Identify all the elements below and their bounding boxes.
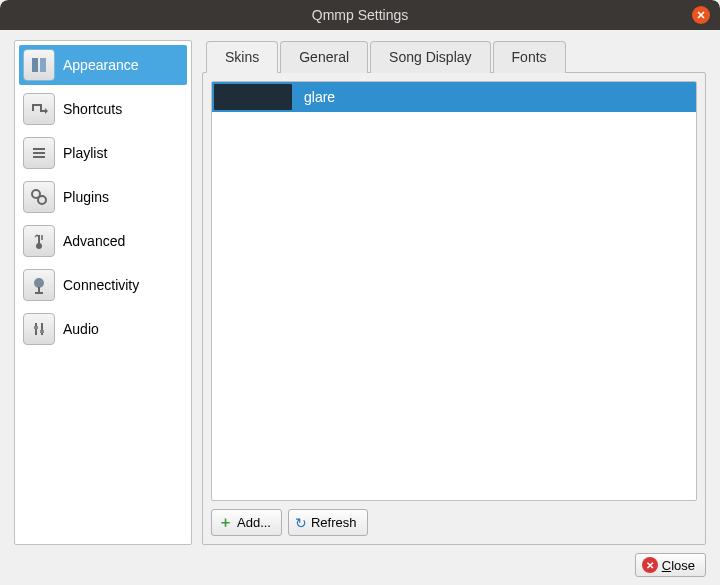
playlist-icon [23,137,55,169]
sidebar-item-plugins[interactable]: Plugins [19,177,187,217]
tab-label: Song Display [389,49,472,65]
svg-rect-3 [40,58,46,72]
sidebar-item-label: Appearance [63,57,139,73]
main-area: Appearance Shortcuts Playlist [14,40,706,545]
tab-bar: Skins General Song Display Fonts [202,40,706,72]
skin-action-row: ＋ Add... ↻ Refresh [211,509,697,536]
svg-rect-16 [34,326,38,329]
close-button-label: Close [662,558,695,573]
skins-list[interactable]: glare [211,81,697,501]
window-body: Appearance Shortcuts Playlist [0,30,720,585]
svg-rect-15 [41,323,43,335]
svg-rect-13 [35,292,43,294]
refresh-button[interactable]: ↻ Refresh [288,509,368,536]
error-close-icon: ✕ [642,557,658,573]
svg-rect-17 [40,330,44,333]
sidebar-item-shortcuts[interactable]: Shortcuts [19,89,187,129]
sidebar: Appearance Shortcuts Playlist [14,40,192,545]
close-button[interactable]: ✕ Close [635,553,706,577]
shortcuts-icon [23,93,55,125]
sidebar-item-label: Audio [63,321,99,337]
refresh-icon: ↻ [295,515,307,531]
svg-rect-12 [38,287,40,292]
refresh-button-label: Refresh [311,515,357,530]
close-icon [696,10,706,20]
tab-song-display[interactable]: Song Display [370,41,491,73]
svg-marker-4 [45,108,48,114]
add-button[interactable]: ＋ Add... [211,509,282,536]
sidebar-item-connectivity[interactable]: Connectivity [19,265,187,305]
tab-label: Fonts [512,49,547,65]
audio-icon [23,313,55,345]
sidebar-item-audio[interactable]: Audio [19,309,187,349]
dialog-footer: ✕ Close [14,553,706,577]
skin-row[interactable]: glare [212,82,696,112]
skin-name: glare [304,89,335,105]
advanced-icon [23,225,55,257]
svg-point-9 [38,196,46,204]
svg-rect-2 [32,58,38,72]
connectivity-icon [23,269,55,301]
tab-label: Skins [225,49,259,65]
plugins-icon [23,181,55,213]
svg-point-11 [34,278,44,288]
sidebar-item-advanced[interactable]: Advanced [19,221,187,261]
tab-pane: glare ＋ Add... ↻ Refresh [202,72,706,545]
sidebar-item-label: Shortcuts [63,101,122,117]
tab-general[interactable]: General [280,41,368,73]
sidebar-item-playlist[interactable]: Playlist [19,133,187,173]
plus-icon: ＋ [218,513,233,532]
sidebar-item-label: Plugins [63,189,109,205]
sidebar-item-label: Advanced [63,233,125,249]
titlebar: Qmmp Settings [0,0,720,30]
sidebar-item-label: Connectivity [63,277,139,293]
window-title: Qmmp Settings [312,7,408,23]
appearance-icon [23,49,55,81]
tab-fonts[interactable]: Fonts [493,41,566,73]
sidebar-item-label: Playlist [63,145,107,161]
tab-skins[interactable]: Skins [206,41,278,73]
window-close-button[interactable] [692,6,710,24]
settings-window: Qmmp Settings Appearance [0,0,720,585]
sidebar-item-appearance[interactable]: Appearance [19,45,187,85]
svg-point-10 [36,243,42,249]
skin-thumbnail [214,84,292,110]
tab-label: General [299,49,349,65]
add-button-label: Add... [237,515,271,530]
content-area: Skins General Song Display Fonts glare [202,40,706,545]
